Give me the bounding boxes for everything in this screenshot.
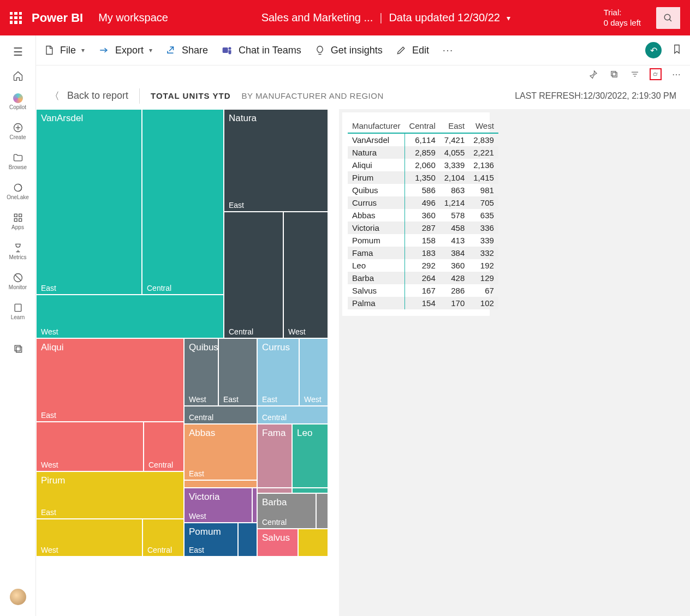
treemap-tile[interactable]: Central (184, 406, 257, 424)
table-row[interactable]: Fama183384332 (348, 247, 498, 259)
svg-rect-9 (19, 219, 21, 222)
separator (139, 88, 140, 104)
filter-icon[interactable] (629, 68, 641, 80)
back-to-report-button[interactable]: 〈Back to report (50, 89, 128, 103)
treemap-tile[interactable]: East (218, 338, 257, 406)
treemap-tile[interactable]: Fama (257, 424, 292, 488)
app-launcher-icon[interactable] (10, 12, 22, 24)
chevron-down-icon[interactable]: ▾ (507, 14, 510, 22)
edit-button[interactable]: Edit (396, 45, 429, 56)
table-row[interactable]: Leo292360192 (348, 259, 498, 272)
treemap-tile[interactable]: QuibusWest (184, 338, 218, 406)
command-toolbar: File▾ Export▾ Share Chat in Teams Get in… (36, 35, 690, 65)
treemap-tile[interactable] (316, 493, 328, 529)
treemap-tile[interactable] (257, 488, 292, 493)
chevron-left-icon: 〈 (50, 89, 60, 103)
report-name[interactable]: Sales and Marketing ... (261, 11, 373, 24)
treemap-tile[interactable]: West (36, 519, 142, 557)
treemap-tile[interactable]: PomumEast (184, 523, 238, 557)
treemap-tile[interactable] (298, 529, 328, 557)
nav-learn[interactable]: Learn (0, 298, 35, 325)
col-header[interactable]: Central (405, 119, 439, 133)
treemap-tile[interactable]: Central (144, 422, 184, 471)
breadcrumb-bar: 〈Back to report TOTAL UNITS YTD BY MANUF… (36, 83, 690, 109)
nav-onelake[interactable]: OneLake (0, 178, 35, 205)
left-nav-rail: ☰ Copilot Create Browse OneLake Apps Met… (0, 35, 36, 616)
table-row[interactable]: Salvus16728667 (348, 284, 498, 297)
data-table[interactable]: ManufacturerCentralEastWest VanArsdel6,1… (348, 119, 498, 309)
nav-browse[interactable]: Browse (0, 148, 35, 175)
treemap-visual[interactable]: VanArsdelEastCentralWestNaturaEastCentra… (36, 109, 328, 557)
file-menu[interactable]: File▾ (44, 44, 85, 56)
table-row[interactable]: Pomum158413339 (348, 234, 498, 247)
more-options-icon[interactable]: ⋯ (442, 44, 453, 57)
treemap-tile[interactable] (184, 480, 257, 488)
treemap-tile[interactable]: Central (142, 519, 184, 557)
search-icon[interactable] (656, 7, 680, 29)
treemap-tile[interactable]: AliquiEast (36, 338, 184, 422)
svg-line-1 (669, 19, 671, 21)
switch-to-report-icon[interactable] (650, 68, 662, 80)
treemap-tile[interactable]: Central (224, 212, 283, 338)
svg-line-16 (169, 47, 174, 51)
chat-teams-button[interactable]: Chat in Teams (221, 45, 301, 56)
svg-rect-20 (611, 71, 616, 76)
hamburger-icon[interactable]: ☰ (13, 45, 23, 58)
treemap-tile[interactable] (292, 488, 328, 493)
visual-header: ⋯ (36, 65, 690, 83)
treemap-tile[interactable]: Leo (292, 424, 328, 488)
chevron-down-icon: ▾ (81, 46, 85, 54)
nav-home[interactable] (0, 66, 35, 86)
svg-rect-7 (19, 214, 21, 217)
treemap-tile[interactable]: CurrusEast (257, 338, 299, 406)
treemap-tile[interactable]: VictoriaWest (184, 488, 252, 523)
table-row[interactable]: Quibus586863981 (348, 184, 498, 196)
treemap-tile[interactable]: PirumEast (36, 471, 184, 519)
data-updated-text[interactable]: Data updated 12/30/22 (389, 11, 500, 24)
nav-copilot[interactable]: Copilot (0, 89, 35, 115)
table-row[interactable]: Palma154170102 (348, 297, 498, 309)
treemap-tile[interactable]: BarbaCentral (257, 493, 316, 529)
nav-create[interactable]: Create (0, 118, 35, 145)
treemap-tile[interactable]: West (299, 338, 328, 406)
table-row[interactable]: VanArsdel6,1147,4212,839 (348, 133, 498, 146)
table-row[interactable]: Currus4961,214705 (348, 196, 498, 209)
share-button[interactable]: Share (165, 45, 208, 56)
table-row[interactable]: Abbas360578635 (348, 209, 498, 222)
bookmark-icon[interactable] (671, 43, 682, 58)
copy-icon[interactable] (608, 68, 620, 80)
nav-metrics[interactable]: Metrics (0, 238, 35, 265)
more-options-icon[interactable]: ⋯ (670, 68, 682, 80)
nav-monitor[interactable]: Monitor (0, 268, 35, 295)
col-header[interactable]: Manufacturer (348, 119, 405, 133)
treemap-tile[interactable] (238, 523, 257, 557)
brand-name[interactable]: Power BI (32, 11, 83, 25)
treemap-tile[interactable]: West (283, 212, 328, 338)
export-menu[interactable]: Export▾ (98, 45, 152, 56)
col-header[interactable]: West (469, 119, 498, 133)
table-row[interactable]: Barba264428129 (348, 272, 498, 284)
workspace-link[interactable]: My workspace (98, 11, 168, 24)
get-insights-button[interactable]: Get insights (314, 45, 383, 56)
table-row[interactable]: Natura2,8594,0552,221 (348, 146, 498, 159)
avatar[interactable] (10, 589, 26, 605)
table-row[interactable]: Pirum1,3502,1041,415 (348, 171, 498, 184)
table-row[interactable]: Aliqui2,0603,3392,136 (348, 159, 498, 171)
nav-apps[interactable]: Apps (0, 208, 35, 235)
treemap-tile[interactable]: West (36, 422, 144, 471)
data-table-pane: ManufacturerCentralEastWest VanArsdel6,1… (339, 109, 690, 616)
treemap-tile[interactable]: West (36, 295, 224, 338)
treemap-tile[interactable]: AbbasEast (184, 424, 257, 480)
treemap-tile[interactable]: Central (257, 406, 328, 424)
treemap-tile[interactable]: Salvus (257, 529, 298, 557)
col-header[interactable]: East (440, 119, 469, 133)
treemap-tile[interactable] (252, 488, 257, 523)
treemap-tile[interactable]: Central (142, 109, 224, 295)
treemap-tile[interactable]: VanArsdelEast (36, 109, 142, 295)
nav-workspaces[interactable] (0, 339, 35, 358)
table-row[interactable]: Victoria287458336 (348, 222, 498, 234)
trial-status[interactable]: Trial: 0 days left (604, 8, 641, 28)
reset-icon[interactable]: ↶ (645, 42, 662, 58)
pin-icon[interactable] (587, 68, 599, 80)
treemap-tile[interactable]: NaturaEast (224, 109, 328, 212)
